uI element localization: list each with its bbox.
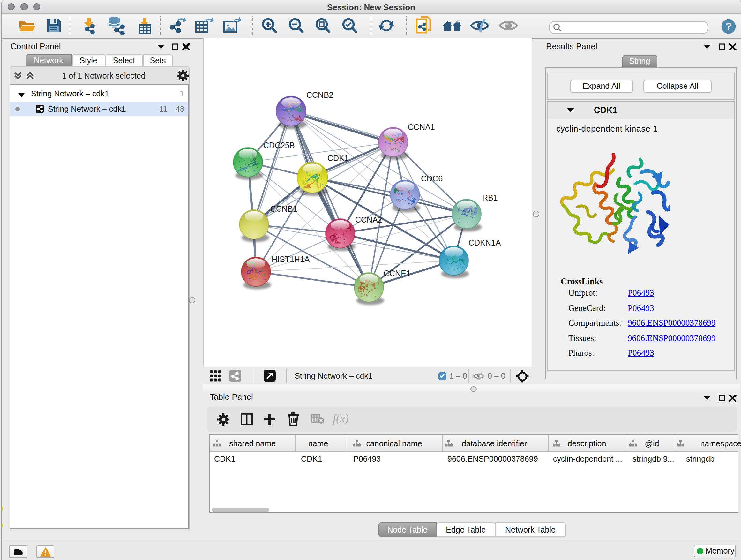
svg-text:CCNB1: CCNB1 <box>270 204 297 213</box>
svg-text:CCNB2: CCNB2 <box>306 90 333 99</box>
svg-text:CCNA2: CCNA2 <box>355 215 382 224</box>
svg-text:CDKN1A: CDKN1A <box>468 238 501 247</box>
svg-text:CDK1: CDK1 <box>327 153 348 163</box>
svg-text:CCNA1: CCNA1 <box>408 123 434 132</box>
svg-text:?: ? <box>725 20 731 32</box>
svg-text:RB1: RB1 <box>482 193 497 202</box>
svg-text:HIST1H1A: HIST1H1A <box>271 255 310 264</box>
svg-text:CDC6: CDC6 <box>421 174 442 183</box>
svg-text:CDC25B: CDC25B <box>263 141 294 150</box>
svg-text:CCNE1: CCNE1 <box>383 269 410 278</box>
